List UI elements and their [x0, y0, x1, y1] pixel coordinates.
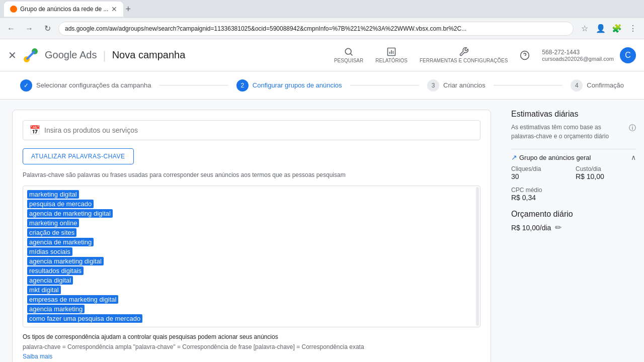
info-icon[interactable]: ⓘ [629, 123, 636, 133]
keywords-help-text: Palavras-chave são palavras ou frases us… [23, 170, 480, 179]
keyword-tag[interactable]: agencia de marketing [27, 238, 94, 246]
step-connector-2 [350, 85, 419, 85]
keyword-tag[interactable]: agencia marketing digital [27, 257, 104, 265]
wizard-steps: ✓ Selecionar configurações da campanha 2… [0, 71, 644, 100]
main-card: 📅 ATUALIZAR PALAVRAS-CHAVE Palavras-chav… [12, 110, 491, 362]
step-4[interactable]: 4 Confirmação [562, 79, 632, 92]
tab-close-button[interactable]: ✕ [111, 5, 117, 13]
ads-header: ✕ Google Ads | Nova campanha PESQUISAR R… [0, 39, 644, 71]
step-1[interactable]: ✓ Selecionar configurações da campanha [12, 79, 159, 92]
back-button[interactable]: ← [4, 22, 18, 36]
svg-point-3 [345, 48, 351, 54]
cpc-stat: CPC médio R$ 0,34 [511, 187, 636, 202]
custo-value: R$ 10,00 [576, 172, 636, 180]
step-1-label: Selecionar configurações da campanha [36, 81, 151, 89]
grupo-title: ↗ Grupo de anúncios geral [511, 153, 591, 161]
match-title: Os tipos de correspondência ajudam a con… [23, 333, 480, 340]
svg-line-2 [27, 51, 35, 59]
step-3-label: Criar anúncios [443, 81, 486, 89]
estimativas-help-text: As estimativas têm como base as palavras… [511, 123, 627, 141]
nav-relatorios[interactable]: RELATÓRIOS [371, 45, 412, 65]
custo-stat: Custo/dia R$ 10,00 [576, 165, 636, 180]
extension-button[interactable]: 🧩 [610, 22, 624, 36]
nav-relatorios-label: RELATÓRIOS [375, 58, 408, 63]
user-phone: 568-272-1443 cursoads202026@gmail.com [542, 49, 614, 62]
keyword-tag[interactable]: mkt digital [27, 286, 61, 294]
update-keywords-button[interactable]: ATUALIZAR PALAVRAS-CHAVE [23, 148, 134, 164]
address-bar[interactable] [58, 22, 574, 36]
saiba-mais-link[interactable]: Saiba mais [23, 353, 52, 360]
orcamento-value: R$ 10,00/dia ✏ [511, 223, 636, 232]
nav-pesquisar-label: PESQUISAR [334, 58, 363, 63]
header-divider: | [103, 48, 106, 62]
nav-ferramentas[interactable]: FERRAMENTAS E CONFIGURAÇÕES [416, 45, 512, 65]
bookmark-button[interactable]: ☆ [578, 22, 592, 36]
keyword-tag[interactable]: marketing digital [27, 190, 79, 199]
step-connector-1 [159, 85, 228, 85]
grupo-header[interactable]: ↗ Grupo de anúncios geral ∧ [511, 149, 636, 165]
cliques-label: Cliques/dia [511, 165, 572, 172]
orcamento-title: Orçamento diário [511, 210, 636, 219]
keywords-area[interactable]: marketing digitalpesquisa de mercadoagen… [23, 186, 480, 327]
tab-title: Grupo de anúncios da rede de ... [20, 6, 108, 13]
orcamento-section: Orçamento diário R$ 10,00/dia ✏ [511, 210, 636, 232]
header-right: 568-272-1443 cursoads202026@gmail.com C [542, 47, 636, 63]
tab-favicon [10, 6, 17, 13]
edit-orcamento-icon[interactable]: ✏ [555, 223, 561, 232]
browser-chrome: Grupo de anúncios da rede de ... ✕ + [0, 0, 644, 18]
calendar-icon: 📅 [29, 125, 40, 136]
profile-button[interactable]: 👤 [594, 22, 608, 36]
user-avatar[interactable]: C [620, 47, 636, 63]
new-tab-button[interactable]: + [125, 4, 131, 15]
menu-button[interactable]: ⋮ [626, 22, 640, 36]
step-4-circle: 4 [571, 79, 583, 92]
keyword-tag[interactable]: resultados digitais [27, 266, 84, 275]
chevron-up-icon: ∧ [631, 153, 636, 161]
cliques-stat: Cliques/dia 30 [511, 165, 572, 180]
grupo-label: Grupo de anúncios geral [519, 154, 591, 161]
product-input-row[interactable]: 📅 [23, 120, 480, 140]
keyword-tag[interactable]: como fazer uma pesquisa de mercado [27, 314, 142, 323]
keywords-list: marketing digitalpesquisa de mercadoagen… [27, 190, 476, 323]
ads-brand-label: Google Ads [45, 49, 97, 61]
orcamento-amount: R$ 10,00/dia [511, 224, 551, 232]
nav-pesquisar[interactable]: PESQUISAR [330, 45, 367, 65]
header-nav: PESQUISAR RELATÓRIOS FERRAMENTAS E CONFI… [330, 45, 534, 65]
ads-logo-icon [23, 47, 39, 63]
step-4-label: Confirmação [587, 81, 624, 89]
step-1-circle: ✓ [20, 79, 32, 92]
tab-bar: Grupo de anúncios da rede de ... ✕ + [4, 2, 131, 17]
match-types-section: Os tipos de correspondência ajudam a con… [23, 333, 480, 361]
cpc-label: CPC médio [511, 187, 636, 194]
custo-label: Custo/dia [576, 165, 636, 172]
forward-button[interactable]: → [22, 22, 36, 36]
step-2-circle: 2 [236, 79, 249, 92]
nav-ferramentas-label: FERRAMENTAS E CONFIGURAÇÕES [420, 58, 508, 63]
svg-line-4 [351, 54, 353, 56]
keyword-tag[interactable]: empresas de marketing digital [27, 295, 118, 304]
step-3[interactable]: 3 Criar anúncios [419, 79, 494, 92]
active-tab[interactable]: Grupo de anúncios da rede de ... ✕ [4, 2, 123, 17]
match-types-row: palavra-chave = Correspondência ampla "p… [23, 342, 480, 361]
keyword-tag[interactable]: criação de sites [27, 228, 76, 237]
keyword-tag[interactable]: marketing online [27, 219, 79, 227]
reload-button[interactable]: ↻ [40, 22, 54, 36]
keyword-tag[interactable]: agencia marketing [27, 305, 85, 313]
keyword-tag[interactable]: agencia de marketing digital [27, 209, 113, 218]
content-area: 📅 ATUALIZAR PALAVRAS-CHAVE Palavras-chav… [0, 100, 503, 362]
step-connector-3 [494, 85, 562, 85]
header-left: ✕ Google Ads | Nova campanha [8, 47, 322, 63]
keyword-tag[interactable]: pesquisa de mercado [27, 200, 94, 208]
nav-ajuda[interactable] [516, 48, 534, 62]
step-2-label: Configurar grupos de anúncios [253, 81, 342, 89]
product-input[interactable] [44, 126, 474, 134]
step-3-circle: 3 [427, 79, 439, 92]
keywords-scrollbar[interactable] [476, 187, 479, 326]
match-types-text: palavra-chave = Correspondência ampla "p… [23, 343, 364, 350]
trend-icon: ↗ [511, 153, 517, 161]
estimativas-help: As estimativas têm como base as palavras… [511, 123, 636, 141]
step-2[interactable]: 2 Configurar grupos de anúncios [228, 79, 350, 92]
close-button[interactable]: ✕ [8, 49, 17, 61]
keyword-tag[interactable]: agencia digital [27, 276, 73, 285]
keyword-tag[interactable]: mídias sociais [27, 247, 72, 256]
